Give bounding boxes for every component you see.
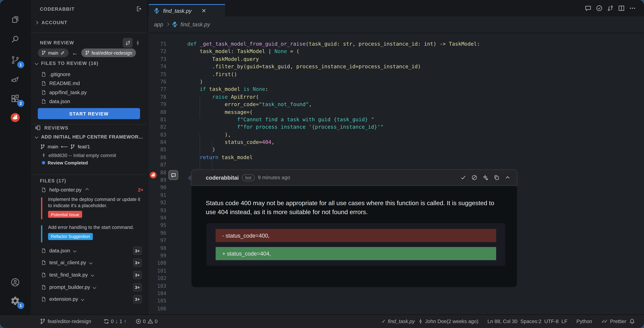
status-encoding[interactable]: UTF-8	[544, 318, 558, 324]
tab-label: find_task.py	[163, 8, 192, 14]
explorer-icon[interactable]	[7, 11, 23, 28]
status-cursor-position[interactable]: Ln 88, Col 30	[488, 318, 518, 324]
coderabbit-icon[interactable]	[7, 109, 23, 126]
commit-mode-button[interactable]	[132, 38, 142, 48]
file-icon	[41, 296, 46, 302]
file-list-item[interactable]: test_ai_client.py3+	[31, 257, 148, 269]
account-section-header[interactable]: ACCOUNT	[35, 20, 148, 25]
ignore-icon[interactable]	[472, 175, 477, 181]
code-line: .first()	[187, 71, 644, 78]
line-number: 101	[148, 267, 166, 274]
code-line: ),	[187, 131, 644, 139]
indent-guide	[200, 96, 200, 118]
account-icon[interactable]	[7, 274, 23, 290]
reviews-header[interactable]: REVIEWS	[35, 125, 148, 131]
comment-body: Status code 400 may not be appropriate f…	[191, 186, 518, 288]
open-comment-icon[interactable]	[585, 5, 591, 12]
file-icon	[41, 99, 46, 105]
split-editor-icon[interactable]	[618, 5, 624, 12]
error-icon	[136, 318, 141, 324]
commit-icon	[42, 153, 46, 157]
coderabbit-sidebar: CODERABBIT ACCOUNT NEW REVIEW main ←	[31, 0, 148, 314]
coderabbit-line-marker[interactable]	[150, 171, 157, 179]
status-sync[interactable]: 0↓ 1↑	[104, 318, 126, 324]
source-control-icon[interactable]: 1	[7, 52, 23, 68]
base-branch-pill[interactable]: main	[38, 49, 69, 57]
line-number: 71	[148, 40, 166, 48]
more-actions-icon[interactable]	[629, 5, 636, 12]
notifications-bell-icon[interactable]	[629, 318, 635, 324]
sync-icon	[104, 318, 109, 324]
comment-tag-badge: Refactor Suggestion	[48, 233, 93, 240]
file-list-item[interactable]: data.json3+	[31, 244, 148, 257]
run-debug-icon[interactable]	[7, 71, 23, 88]
file-to-review-item[interactable]: .gitignore	[31, 70, 148, 79]
code-line: f"Cannot find a task with guid {task_gui…	[187, 116, 644, 123]
status-blame[interactable]: John Doe(2 weeks ago)	[418, 318, 478, 324]
file-to-review-item[interactable]: app/find_task.py	[31, 88, 148, 97]
comment-thread-button[interactable]	[168, 170, 178, 180]
file-to-review-item[interactable]: README.md	[31, 79, 148, 88]
line-number: 75	[148, 71, 166, 78]
file-comment-item[interactable]: Implement the deploy command or update i…	[41, 196, 143, 220]
resolve-check-icon[interactable]	[460, 175, 466, 181]
breadcrumb-folder[interactable]: app	[154, 21, 163, 27]
status-formatter[interactable]: ✓✓ Prettier	[601, 318, 626, 324]
file-comment-item[interactable]: Add error handling to the start command.…	[41, 224, 143, 243]
line-number: 96	[148, 229, 166, 237]
status-language[interactable]: Python	[576, 318, 592, 324]
file-icon	[41, 284, 46, 290]
edit-pencil-icon[interactable]	[60, 51, 65, 55]
settings-gear-icon[interactable]: 1	[7, 293, 23, 309]
tab-find-task[interactable]: find_task.py ✕	[149, 4, 225, 16]
compare-branch-pill[interactable]: feat/editor-redesign	[81, 49, 136, 57]
expanded-file-row[interactable]: help-center.py 2+	[41, 187, 143, 193]
line-number: 86	[148, 154, 166, 161]
search-icon[interactable]	[7, 31, 23, 48]
code-line: return task_model	[187, 154, 644, 161]
status-problems[interactable]: 0 0	[136, 318, 158, 324]
new-review-header: NEW REVIEW	[40, 40, 74, 45]
arrow-left-icon: ←	[72, 49, 78, 56]
code-line	[187, 290, 644, 297]
breadcrumb-file[interactable]: find_task.py	[180, 21, 210, 27]
line-number: 98	[148, 244, 166, 252]
file-list-item[interactable]: extension.py3+	[31, 293, 148, 305]
files-to-review-list: .gitignoreREADME.mdapp/find_task.pydata.…	[31, 70, 148, 106]
code-line: )	[187, 78, 644, 86]
check-circle-icon[interactable]	[596, 5, 602, 12]
start-review-button[interactable]: START REVIEW	[38, 108, 140, 119]
extensions-icon[interactable]: 2	[7, 90, 23, 107]
collapse-chevron-icon[interactable]	[505, 175, 510, 181]
line-number: 104	[148, 290, 166, 297]
copy-icon[interactable]	[494, 175, 500, 181]
line-number: 100	[148, 259, 166, 267]
source-control-badge: 1	[17, 61, 24, 68]
line-number: 90	[148, 184, 166, 191]
arrow-left-icon: ⟵	[61, 144, 68, 149]
file-list-item[interactable]: prompt_builder.py3+	[31, 281, 148, 293]
code-line: def _get_task_model_from_guid_or_raise(t…	[187, 40, 644, 48]
comment-text: Status code 400 may not be appropriate f…	[206, 198, 505, 216]
comment-bubble-icon	[171, 172, 176, 178]
line-number: 82	[148, 123, 166, 131]
compare-mode-button[interactable]	[123, 38, 132, 48]
review-commit[interactable]: e89d630 -- Initial empty commit	[42, 152, 148, 159]
code-area[interactable]: 7172737475767778798081828384858687888990…	[148, 32, 644, 314]
file-list-item[interactable]: test_find_task.py3+	[31, 269, 148, 281]
file-icon	[41, 248, 46, 253]
line-number: 76	[148, 78, 166, 86]
sign-out-icon[interactable]	[136, 6, 142, 12]
git-compare-icon[interactable]	[607, 5, 614, 12]
status-eol[interactable]: LF	[562, 318, 568, 324]
file-to-review-item[interactable]: data.json	[31, 97, 148, 106]
ai-sparkle-icon[interactable]	[482, 175, 488, 181]
files-to-review-header[interactable]: FILES TO REVIEW (16)	[35, 61, 148, 66]
status-file-check[interactable]: ✓find_task.py	[382, 318, 415, 324]
status-branch[interactable]: feat/editor-redesign	[40, 318, 91, 324]
tab-close-icon[interactable]: ✕	[202, 8, 206, 14]
diff-removed-line: - status_code=400,	[216, 229, 496, 242]
comment-count-badge: 3+	[133, 259, 142, 267]
status-indentation[interactable]: Spaces:2	[520, 318, 541, 324]
review-item-header[interactable]: ADD INITIAL HELP CENTRE FRAMEWOR...	[35, 134, 148, 139]
